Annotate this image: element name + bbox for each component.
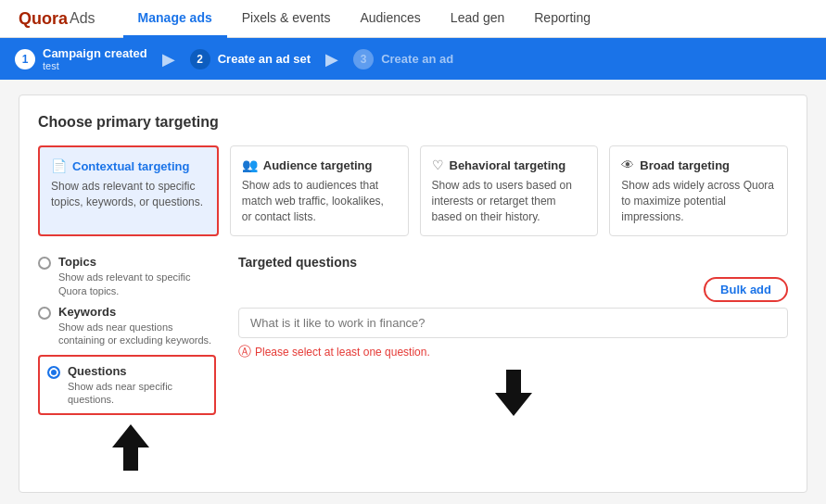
- topics-desc: Show ads relevant to specific Quora topi…: [58, 271, 216, 297]
- behavioral-header: ♡ Behavioral targeting: [432, 158, 587, 172]
- behavioral-title: Behavioral targeting: [450, 158, 566, 172]
- radio-topics[interactable]: [38, 257, 51, 270]
- targeting-broad[interactable]: 👁 Broad targeting Show ads widely across…: [609, 145, 788, 236]
- sub-option-questions[interactable]: Questions Show ads near specific questio…: [47, 364, 207, 407]
- sub-option-questions-text: Questions Show ads near specific questio…: [68, 364, 207, 407]
- behavioral-desc: Show ads to users based on interests or …: [432, 178, 587, 224]
- bc-num-3: 3: [353, 49, 374, 69]
- audience-header: 👥 Audience targeting: [242, 158, 397, 172]
- bc-label-1: Campaign created: [43, 46, 147, 60]
- bc-step-3: 3 Create an ad: [353, 49, 453, 69]
- bc-sub-1: test: [43, 60, 147, 71]
- targeting-grid: 📄 Contextual targeting Show ads relevant…: [38, 145, 788, 236]
- bc-label-2: Create an ad set: [218, 52, 311, 66]
- contextual-desc: Show ads relevant to specific topics, ke…: [51, 179, 206, 210]
- broad-desc: Show ads widely across Quora to maximize…: [621, 178, 776, 224]
- radio-keywords[interactable]: [38, 307, 51, 320]
- sub-option-questions-wrapper: Questions Show ads near specific questio…: [38, 355, 216, 416]
- nav-items: Manage ads Pixels & events Audiences Lea…: [123, 0, 605, 38]
- audience-title: Audience targeting: [263, 158, 373, 172]
- up-arrow-icon: [495, 370, 532, 416]
- broad-header: 👁 Broad targeting: [621, 158, 776, 172]
- bc-step-1: 1 Campaign created test: [15, 46, 147, 71]
- arrow-up-annotation: [238, 370, 788, 416]
- bc-text-1: Campaign created test: [43, 46, 147, 71]
- targeted-questions-label: Targeted questions: [238, 255, 788, 270]
- arrow-down-annotation: [38, 424, 223, 473]
- bc-arrow-1: ▶: [162, 49, 175, 69]
- audience-icon: 👥: [242, 158, 258, 172]
- keywords-desc: Show ads near questions containing or ex…: [58, 321, 216, 347]
- contextual-title: Contextual targeting: [72, 159, 189, 173]
- nav-lead-gen[interactable]: Lead gen: [436, 0, 519, 38]
- question-search-input[interactable]: [238, 308, 788, 338]
- targeting-behavioral[interactable]: ♡ Behavioral targeting Show ads to users…: [420, 145, 599, 236]
- broad-title: Broad targeting: [640, 158, 730, 172]
- bc-num-1: 1: [15, 49, 35, 69]
- main-card: Choose primary targeting 📄 Contextual ta…: [19, 94, 807, 493]
- left-panel: Topics Show ads relevant to specific Quo…: [38, 255, 223, 473]
- down-arrow-icon: [112, 424, 149, 471]
- behavioral-icon: ♡: [432, 158, 444, 172]
- nav-reporting[interactable]: Reporting: [519, 0, 605, 38]
- sub-option-keywords[interactable]: Keywords Show ads near questions contain…: [38, 305, 216, 347]
- bc-step-2: 2 Create an ad set: [190, 49, 311, 69]
- svg-marker-1: [495, 370, 532, 416]
- radio-questions[interactable]: [47, 366, 60, 379]
- bulk-add-row: Bulk add: [238, 277, 788, 302]
- sub-options: Topics Show ads relevant to specific Quo…: [38, 255, 223, 415]
- sub-option-keywords-text: Keywords Show ads near questions contain…: [58, 305, 216, 347]
- error-icon: Ⓐ: [238, 344, 251, 360]
- logo-ads: Ads: [70, 10, 95, 27]
- breadcrumb-bar: 1 Campaign created test ▶ 2 Create an ad…: [0, 38, 826, 80]
- logo-quora: Quora: [19, 9, 68, 29]
- contextual-icon: 📄: [51, 158, 67, 173]
- questions-label: Questions: [68, 364, 207, 378]
- bc-text-3: Create an ad: [381, 52, 453, 66]
- main-content: Choose primary targeting 📄 Contextual ta…: [0, 80, 826, 504]
- sub-option-topics-text: Topics Show ads relevant to specific Quo…: [58, 255, 216, 297]
- bc-arrow-2: ▶: [325, 49, 338, 69]
- contextual-header: 📄 Contextual targeting: [51, 158, 206, 173]
- error-text-content: Please select at least one question.: [255, 346, 430, 359]
- error-message: Ⓐ Please select at least one question.: [238, 344, 788, 360]
- topics-label: Topics: [58, 255, 216, 269]
- targeting-audience[interactable]: 👥 Audience targeting Show ads to audienc…: [230, 145, 409, 236]
- top-nav: Quora Ads Manage ads Pixels & events Aud…: [0, 0, 826, 38]
- logo: Quora Ads: [19, 9, 95, 29]
- bulk-add-button[interactable]: Bulk add: [704, 277, 788, 302]
- bc-num-2: 2: [190, 49, 210, 69]
- bc-text-2: Create an ad set: [218, 52, 311, 66]
- questions-desc: Show ads near specific questions.: [68, 380, 207, 407]
- audience-desc: Show ads to audiences that match web tra…: [242, 178, 397, 224]
- nav-pixels-events[interactable]: Pixels & events: [227, 0, 346, 38]
- targeting-contextual[interactable]: 📄 Contextual targeting Show ads relevant…: [38, 145, 219, 236]
- keywords-label: Keywords: [58, 305, 216, 319]
- sub-option-topics[interactable]: Topics Show ads relevant to specific Quo…: [38, 255, 216, 297]
- svg-marker-0: [112, 424, 149, 471]
- bc-label-3: Create an ad: [381, 52, 453, 66]
- nav-manage-ads[interactable]: Manage ads: [123, 0, 227, 38]
- nav-audiences[interactable]: Audiences: [345, 0, 435, 38]
- bottom-section: Topics Show ads relevant to specific Quo…: [38, 255, 788, 473]
- right-panel: Targeted questions Bulk add Ⓐ Please sel…: [238, 255, 788, 473]
- card-title: Choose primary targeting: [38, 114, 788, 131]
- broad-icon: 👁: [621, 158, 634, 172]
